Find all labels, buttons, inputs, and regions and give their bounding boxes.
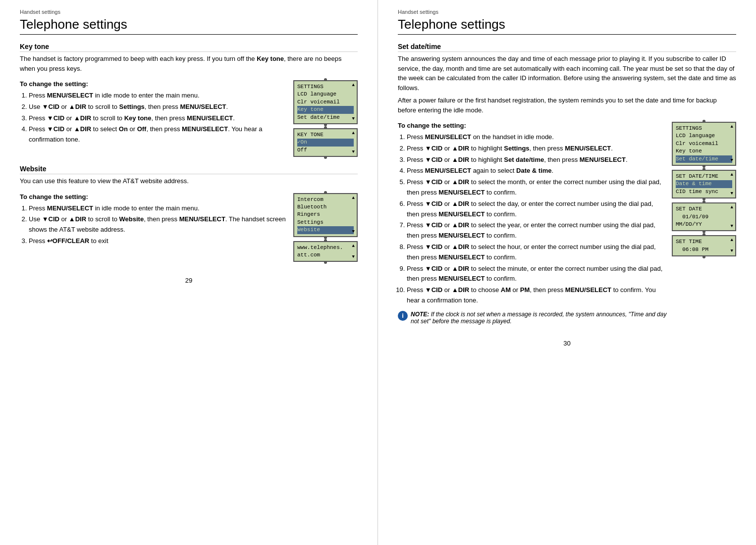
scroll-up-icon: ▲ bbox=[352, 130, 355, 137]
set-date-time-body: The answering system announces the day a… bbox=[398, 54, 736, 115]
key-tone-screens: ▲ ▼ SETTINGS LCD language Clr voicemail … bbox=[293, 80, 358, 157]
screen-row-settings-r: SETTINGS bbox=[676, 125, 732, 132]
screen-row-clr-r: Clr voicemail bbox=[676, 140, 732, 148]
sdt-step-9: Press ▼CID or ▲DIR to select the minute,… bbox=[407, 264, 667, 285]
scroll-up-icon: ▲ bbox=[352, 195, 355, 201]
screen-row-settings: SETTINGS bbox=[297, 83, 354, 91]
screen-row-off: Off bbox=[297, 147, 354, 154]
screen-row-ringers: Ringers bbox=[297, 211, 354, 218]
screen-row-keytone-r: Key tone bbox=[676, 148, 732, 155]
key-tone-title: Key tone bbox=[20, 43, 358, 52]
sdt-step-4: Press MENU/SELECT again to select Date &… bbox=[407, 166, 667, 176]
screen-row-sdt-title: SET DATE/TIME bbox=[676, 173, 732, 180]
sdt-step-2: Press ▼CID or ▲DIR to highlight Settings… bbox=[407, 144, 667, 154]
website-title: Website bbox=[20, 165, 358, 174]
sdt-step-3: Press ▼CID or ▲DIR to highlight Set date… bbox=[407, 155, 667, 165]
key-tone-description: The handset is factory programmed to bee… bbox=[20, 54, 358, 73]
note-text: NOTE: If the clock is not set when a mes… bbox=[411, 311, 667, 325]
website-instruction: To change the setting: bbox=[20, 193, 288, 200]
set-date-time-steps-col: To change the setting: Press MENU/SELECT… bbox=[398, 122, 667, 325]
website-step-1: Press MENU/SELECT in idle mode to enter … bbox=[29, 203, 288, 214]
set-date-time-instruction: To change the setting: bbox=[398, 122, 667, 129]
scroll-down-icon: ▼ bbox=[352, 229, 355, 235]
screen-row-time-val: 06:08 PM bbox=[676, 246, 732, 253]
screen-row-settime-title: SET TIME bbox=[676, 238, 732, 246]
website-steps-col: To change the setting: Press MENU/SELECT… bbox=[20, 193, 288, 248]
key-tone-steps-col: To change the setting: Press MENU/SELECT… bbox=[20, 80, 288, 146]
set-date-time-title: Set date/time bbox=[398, 43, 736, 52]
left-page: Handset settings Telephone settings Key … bbox=[0, 0, 378, 545]
sdt-step-8: Press ▼CID or ▲DIR to select the hour, o… bbox=[407, 242, 667, 263]
key-tone-steps: Press MENU/SELECT in idle mode to enter … bbox=[20, 91, 288, 145]
key-tone-step-1: Press MENU/SELECT in idle mode to enter … bbox=[29, 91, 288, 101]
screen-row-bluetooth: Bluetooth bbox=[297, 203, 354, 211]
website-menu-screen: ▲ ▼ Intercom Bluetooth Ringers Settings … bbox=[293, 193, 358, 237]
key-tone-step-3: Press ▼CID or ▲DIR to scroll to Key tone… bbox=[29, 113, 288, 124]
note-icon: i bbox=[398, 311, 408, 321]
sdt-step-5: Press ▼CID or ▲DIR to select the month, … bbox=[407, 177, 667, 198]
set-date-time-description2: After a power failure or the first hands… bbox=[398, 96, 736, 115]
set-date-time-steps: Press MENU/SELECT on the handset in idle… bbox=[398, 132, 667, 306]
settings-screen: ▲ ▼ SETTINGS LCD language Clr voicemail … bbox=[293, 80, 358, 124]
website-step-2: Use ▼CID or ▲DIR to scroll to Website, t… bbox=[29, 214, 288, 235]
sdt-menu-screen: ▲ ▼ SET DATE/TIME Date & time CID time s… bbox=[672, 170, 736, 198]
left-page-number: 29 bbox=[20, 277, 358, 284]
screen-row-date-val: 01/01/09 bbox=[676, 213, 732, 221]
left-page-header: Handset settings bbox=[20, 9, 358, 15]
right-page-number: 30 bbox=[398, 340, 736, 347]
website-description: You can use this feature to view the AT&… bbox=[20, 176, 358, 186]
screen-row-settings2: Settings bbox=[297, 219, 354, 226]
website-step-3: Press ↩OFF/CLEAR to exit bbox=[29, 236, 288, 247]
screen-row-setdate: Set date/time bbox=[297, 114, 354, 121]
scroll-down-icon: ▼ bbox=[352, 149, 355, 155]
screen-row-keytone-title: KEY TONE bbox=[297, 131, 354, 139]
key-tone-layout: To change the setting: Press MENU/SELECT… bbox=[20, 80, 358, 157]
scroll-down-icon: ▼ bbox=[731, 191, 733, 197]
set-date-time-description1: The answering system announces the day a… bbox=[398, 54, 736, 93]
scroll-up-icon: ▲ bbox=[731, 237, 733, 244]
key-tone-body: The handset is factory programmed to bee… bbox=[20, 54, 358, 73]
screen-row-keytone: Key tone bbox=[297, 106, 354, 113]
website-url-screen: ▲ ▼ www.telephnes. att.com bbox=[293, 241, 358, 262]
website-screens: ▲ ▼ Intercom Bluetooth Ringers Settings … bbox=[293, 193, 358, 262]
screen-row-lcd-r: LCD language bbox=[676, 132, 732, 140]
scroll-up-icon: ▲ bbox=[731, 204, 733, 211]
sdt-time-screen: ▲ ▼ SET TIME 06:08 PM bbox=[672, 235, 736, 256]
scroll-down-icon: ▼ bbox=[352, 254, 355, 260]
screen-row-datetime: Date & time bbox=[676, 180, 732, 188]
scroll-up-icon: ▲ bbox=[731, 124, 733, 130]
screen-row-url2: att.com bbox=[297, 251, 354, 259]
sdt-date-screen: ▲ ▼ SET DATE 01/01/09 MM/DD/YY bbox=[672, 202, 736, 231]
sdt-step-7: Press ▼CID or ▲DIR to select the year, o… bbox=[407, 220, 667, 241]
website-body: You can use this feature to view the AT&… bbox=[20, 176, 358, 186]
set-date-time-screens: ▲ ▼ SETTINGS LCD language Clr voicemail … bbox=[672, 122, 736, 256]
scroll-down-icon: ▼ bbox=[731, 248, 733, 254]
left-page-title: Telephone settings bbox=[20, 17, 358, 35]
screen-row-setdate-r: Set date/time bbox=[676, 155, 732, 163]
sdt-step-1: Press MENU/SELECT on the handset in idle… bbox=[407, 132, 667, 143]
screen-row-setdate-title: SET DATE bbox=[676, 205, 732, 213]
set-date-time-layout: To change the setting: Press MENU/SELECT… bbox=[398, 122, 736, 325]
screen-row-date-fmt: MM/DD/YY bbox=[676, 221, 732, 228]
right-page: Handset settings Telephone settings Set … bbox=[378, 0, 756, 545]
scroll-down-icon: ▼ bbox=[352, 116, 355, 122]
screen-row-on: ✓On bbox=[297, 139, 354, 146]
key-tone-instruction: To change the setting: bbox=[20, 80, 288, 88]
scroll-down-icon: ▼ bbox=[731, 223, 733, 230]
screen-row-lcd: LCD language bbox=[297, 91, 354, 98]
screen-row-website: Website bbox=[297, 226, 354, 234]
website-steps: Press MENU/SELECT in idle mode to enter … bbox=[20, 203, 288, 247]
sdt-step-6: Press ▼CID or ▲DIR to select the day, or… bbox=[407, 199, 667, 220]
key-tone-step-4: Press ▼CID or ▲DIR to select On or Off, … bbox=[29, 124, 288, 145]
screen-row-intercom: Intercom bbox=[297, 196, 354, 203]
key-tone-screen: ▲ ▼ KEY TONE ✓On Off bbox=[293, 128, 358, 157]
sdt-step-10: Press ▼CID or ▲DIR to choose AM or PM, t… bbox=[407, 285, 667, 306]
scroll-down-icon: ▼ bbox=[731, 157, 733, 164]
scroll-up-icon: ▲ bbox=[731, 172, 733, 178]
screen-row-clr: Clr voicemail bbox=[297, 99, 354, 106]
sdt-settings-screen: ▲ ▼ SETTINGS LCD language Clr voicemail … bbox=[672, 122, 736, 166]
scroll-up-icon: ▲ bbox=[352, 82, 355, 89]
scroll-up-icon: ▲ bbox=[352, 243, 355, 249]
note-box: i NOTE: If the clock is not set when a m… bbox=[398, 311, 667, 325]
screen-row-url1: www.telephnes. bbox=[297, 244, 354, 251]
